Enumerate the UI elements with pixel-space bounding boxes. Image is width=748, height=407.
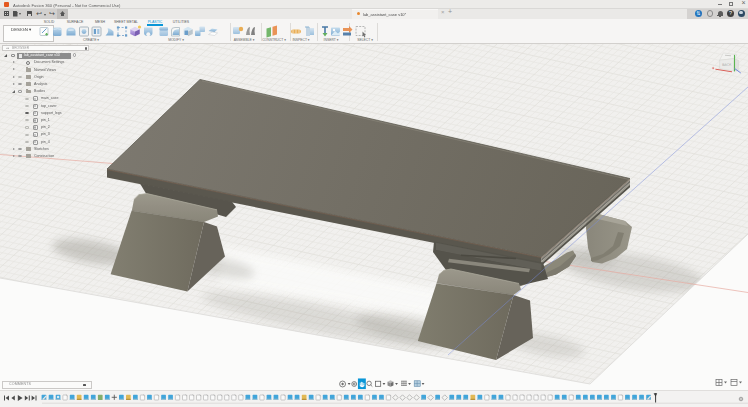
svg-text:BACK: BACK	[722, 62, 732, 67]
